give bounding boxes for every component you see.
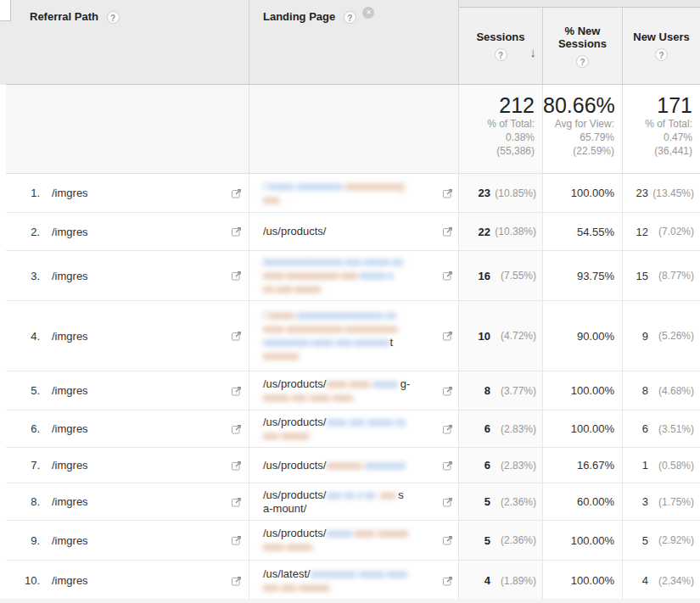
sessions-percent: (2.36%) <box>490 534 536 546</box>
row-index: 7. <box>6 459 52 472</box>
table-row: 3. /imgres /xx/xxxxx/xxxxxxx-xxx-xxxxx-x… <box>6 251 700 301</box>
totals-new-users-cell: 171 % of Total: 0.47% (36,441) <box>623 85 700 173</box>
sessions-cell: 23 (10.85%) <box>459 174 543 212</box>
open-in-new-icon[interactable] <box>442 226 454 237</box>
new-sessions-cell: 100.00% <box>543 521 623 560</box>
referral-path-value: /imgres <box>52 495 88 508</box>
new-sessions-value: 90.00% <box>577 330 614 343</box>
metric-header-top-strip <box>459 0 700 8</box>
referral-path-value: /imgres <box>52 422 88 435</box>
open-in-new-icon[interactable] <box>231 270 243 282</box>
help-icon[interactable]: ? <box>576 55 589 68</box>
new-sessions-value: 60.00% <box>577 495 614 508</box>
metric-header-group: Sessions ? ↓ % New Sessions ? New Users … <box>459 0 700 84</box>
new-sessions-value: 100.00% <box>571 422 614 435</box>
referral-path-cell: 7. /imgres <box>6 448 249 483</box>
open-in-new-icon[interactable] <box>231 534 243 546</box>
new-sessions-cell: 100.00% <box>543 561 623 600</box>
open-in-new-icon[interactable] <box>442 534 454 546</box>
new-users-label: New Users <box>633 31 689 43</box>
new-users-value: 8 <box>642 384 648 397</box>
landing-page-label: Landing Page <box>263 10 335 23</box>
column-header-referral-path[interactable]: Referral Path ? <box>6 0 249 84</box>
totals-new-users-sub1: % of Total: <box>623 117 692 131</box>
landing-page-value: /us/products/xxxxxxx xxxxxxxx <box>263 459 406 472</box>
new-sessions-value: 100.00% <box>571 384 614 397</box>
row-index: 9. <box>6 534 52 547</box>
new-users-percent: (4.68%) <box>648 385 694 397</box>
new-users-percent: (1.75%) <box>648 496 694 508</box>
table-row: 6. /imgres /us/products/xxxx xxx xxxxx x… <box>6 410 700 448</box>
totals-landing-cell <box>249 85 459 173</box>
column-header-landing-page[interactable]: Landing Page ? ✕ <box>249 0 459 84</box>
new-users-value: 9 <box>642 330 648 343</box>
help-icon[interactable]: ? <box>655 48 668 61</box>
totals-row: 212 % of Total: 0.38% (55,386) 80.66% Av… <box>6 85 700 174</box>
sessions-cell: 5 (2.36%) <box>459 483 543 520</box>
row-index: 1. <box>6 187 52 199</box>
landing-page-value: / xxxxx xxxxxxxxxxxxxxxxx.xx xxxx xxxxxx… <box>263 309 400 363</box>
open-in-new-icon[interactable] <box>231 496 243 508</box>
column-header-new-users[interactable]: New Users ? <box>623 8 700 84</box>
sort-descending-icon[interactable]: ↓ <box>530 45 537 59</box>
help-icon[interactable]: ? <box>107 11 120 24</box>
open-in-new-icon[interactable] <box>231 423 243 435</box>
totals-new-users-sub2: 0.47% <box>623 131 692 144</box>
sessions-cell: 6 (2.83%) <box>459 448 543 483</box>
referral-path-value: /imgres <box>52 459 88 472</box>
new-sessions-cell: 100.00% <box>543 174 623 212</box>
sessions-percent: (4.72%) <box>490 330 536 342</box>
table-row: 7. /imgres /us/products/xxxxxxx xxxxxxxx <box>6 448 700 483</box>
sessions-cell: 8 (3.77%) <box>459 371 543 410</box>
remove-dimension-icon[interactable]: ✕ <box>362 7 374 19</box>
sessions-cell: 4 (1.89%) <box>459 561 543 600</box>
landing-page-value: /us/latest/xxxxxxxxx xxxxx xxxx xxx xxx … <box>263 567 407 595</box>
open-in-new-icon[interactable] <box>231 385 243 397</box>
open-in-new-icon[interactable] <box>231 330 243 342</box>
totals-sessions-cell: 212 % of Total: 0.38% (55,386) <box>459 85 543 173</box>
open-in-new-icon[interactable] <box>442 187 454 199</box>
landing-page-value: /us/products/xxxx xxx xxxxx xx xxx xxxxx… <box>263 416 406 443</box>
landing-page-value: / xxxxx xxxxxxxxx xxxxxxxxxxx) xxx. <box>263 180 404 207</box>
referral-path-value: /imgres <box>52 574 88 587</box>
totals-new-users-sub3: (36,441) <box>623 144 692 158</box>
sessions-value: 5 <box>484 534 490 547</box>
new-sessions-value: 93.75% <box>577 270 614 282</box>
new-users-cell: 15 (8.77%) <box>623 251 700 300</box>
sessions-value: 16 <box>479 270 490 282</box>
open-in-new-icon[interactable] <box>231 575 243 587</box>
column-header-sessions[interactable]: Sessions ? ↓ <box>459 8 543 84</box>
new-users-cell: 4 (2.34%) <box>623 561 700 600</box>
open-in-new-icon[interactable] <box>442 423 454 435</box>
new-sessions-cell: 90.00% <box>543 301 623 371</box>
sessions-value: 22 <box>479 226 490 238</box>
column-header-new-sessions[interactable]: % New Sessions ? <box>543 8 623 84</box>
sessions-percent: (2.83%) <box>490 460 536 472</box>
help-icon[interactable]: ? <box>495 48 507 61</box>
open-in-new-icon[interactable] <box>231 460 243 472</box>
row-index: 2. <box>6 226 52 238</box>
new-sessions-value: 100.00% <box>571 534 614 547</box>
open-in-new-icon[interactable] <box>231 226 243 237</box>
sessions-cell: 5 (2.36%) <box>459 521 543 560</box>
landing-page-cell: /us/products/xxxx xxxx xxxxx g- xxxxx xx… <box>249 371 459 410</box>
open-in-new-icon[interactable] <box>442 330 454 342</box>
open-in-new-icon[interactable] <box>442 460 454 472</box>
open-in-new-icon[interactable] <box>442 270 454 282</box>
open-in-new-icon[interactable] <box>442 385 454 397</box>
open-in-new-icon[interactable] <box>442 496 454 508</box>
sessions-value: 6 <box>484 422 490 435</box>
sessions-percent: (1.89%) <box>490 575 536 587</box>
new-users-value: 23 <box>636 187 648 199</box>
new-users-percent: (2.34%) <box>648 575 694 587</box>
new-sessions-label: % New Sessions <box>558 25 607 50</box>
open-in-new-icon[interactable] <box>231 187 243 199</box>
table-header-row: Referral Path ? Landing Page ? ✕ Session… <box>6 0 700 85</box>
sessions-value: 5 <box>484 495 490 508</box>
new-users-cell: 5 (2.92%) <box>623 521 700 560</box>
referral-path-cell: 8. /imgres <box>6 483 249 520</box>
landing-page-value: /us/products/xxxx xxxx xxxxx g- xxxxx xx… <box>263 377 410 405</box>
referral-path-cell: 6. /imgres <box>6 410 249 447</box>
open-in-new-icon[interactable] <box>442 575 454 587</box>
help-icon[interactable]: ? <box>344 11 356 24</box>
